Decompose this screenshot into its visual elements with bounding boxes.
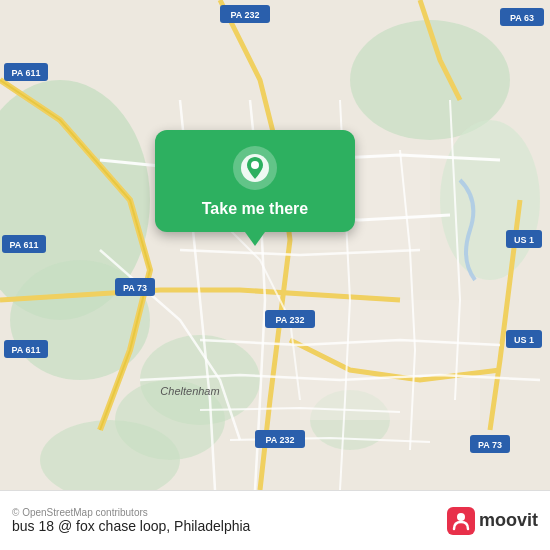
moovit-logo-icon: [447, 507, 475, 535]
svg-text:PA 232: PA 232: [230, 10, 259, 20]
location-info: © OpenStreetMap contributors bus 18 @ fo…: [12, 507, 250, 534]
svg-text:US 1: US 1: [514, 335, 534, 345]
svg-text:PA 73: PA 73: [123, 283, 147, 293]
svg-text:PA 611: PA 611: [11, 345, 40, 355]
svg-text:PA 611: PA 611: [9, 240, 38, 250]
location-text: bus 18 @ fox chase loop, Philadelphia: [12, 518, 250, 534]
moovit-logo: moovit: [447, 507, 538, 535]
svg-text:Cheltenham: Cheltenham: [160, 385, 219, 397]
svg-text:PA 611: PA 611: [11, 68, 40, 78]
map-container: PA 611 PA 611 PA 611 PA 232 PA 232 PA 23…: [0, 0, 550, 490]
svg-text:US 1: US 1: [514, 235, 534, 245]
svg-text:PA 232: PA 232: [265, 435, 294, 445]
svg-text:PA 232: PA 232: [275, 315, 304, 325]
take-me-there-card[interactable]: Take me there: [155, 130, 355, 232]
copyright-text: © OpenStreetMap contributors: [12, 507, 250, 518]
svg-text:PA 73: PA 73: [478, 440, 502, 450]
svg-point-38: [457, 513, 465, 521]
location-pin-icon: [233, 146, 277, 190]
info-bar: © OpenStreetMap contributors bus 18 @ fo…: [0, 490, 550, 550]
moovit-brand-name: moovit: [479, 510, 538, 531]
svg-text:PA 63: PA 63: [510, 13, 534, 23]
svg-point-36: [251, 161, 259, 169]
take-me-there-label: Take me there: [202, 200, 308, 218]
